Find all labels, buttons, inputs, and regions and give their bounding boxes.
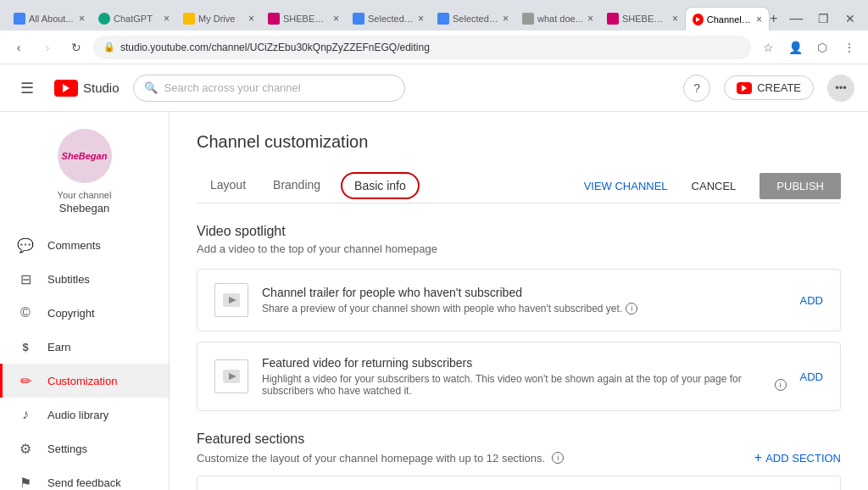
search-placeholder: Search across your channel (164, 81, 301, 94)
new-tab-button[interactable]: + (770, 7, 777, 31)
sidebar-item-send-feedback[interactable]: ⚑ Send feedback (0, 465, 169, 490)
tabs-bar: Layout Branding Basic info VIEW CHANNEL … (197, 169, 841, 203)
video-spotlight-title: Video spotlight (197, 224, 841, 239)
studio-label: Studio (83, 81, 120, 95)
sidebar-label-copyright: Copyright (47, 307, 95, 320)
sidebar-item-earn[interactable]: $ Earn (0, 330, 169, 364)
tab-favicon-5 (353, 13, 364, 25)
bookmark-button[interactable]: ☆ (756, 36, 780, 59)
settings-icon: ⚙ (17, 440, 34, 457)
sidebar-label-earn: Earn (47, 341, 70, 354)
sidebar-label-comments: Comments (47, 239, 101, 252)
tab-favicon-9 (693, 14, 704, 25)
trailer-add-button[interactable]: ADD (800, 294, 823, 307)
sidebar-item-audio-library[interactable]: ♪ Audio library (0, 398, 169, 432)
browser-tab-3[interactable]: My Drive × (176, 7, 261, 31)
browser-tab-4[interactable]: SHEBEGA... × (261, 7, 346, 31)
add-section-label: ADD SECTION (765, 452, 841, 465)
more-options-button[interactable]: ••• (827, 75, 854, 102)
browser-tab-9-active[interactable]: Channel e... × (685, 7, 770, 31)
search-icon: 🔍 (144, 81, 158, 94)
tab-close-3[interactable]: × (248, 13, 254, 25)
view-channel-button[interactable]: VIEW CHANNEL (584, 180, 668, 192)
featured-info-icon[interactable]: i (552, 452, 564, 464)
create-button[interactable]: CREATE (724, 75, 814, 100)
tab-close-4[interactable]: × (333, 13, 339, 25)
publish-button[interactable]: PUBLISH (760, 173, 841, 199)
plus-icon: + (754, 450, 762, 465)
cancel-button[interactable]: CANCEL (682, 175, 747, 198)
sidebar-label-customization: Customization (47, 375, 117, 387)
tab-branding[interactable]: Branding (259, 170, 334, 203)
sidebar-item-copyright[interactable]: © Copyright (0, 296, 169, 330)
video-spotlight-desc: Add a video to the top of your channel h… (197, 242, 841, 255)
browser-tab-8[interactable]: SHEBEGA... × (600, 7, 685, 31)
back-button[interactable]: ‹ (7, 36, 31, 59)
sidebar: SheBegan Your channel Shebegan 💬 Comment… (0, 112, 170, 490)
tab-layout[interactable]: Layout (197, 170, 259, 203)
tab-favicon-6 (437, 13, 449, 25)
browser-tab-7[interactable]: what doe... × (515, 7, 600, 31)
close-button[interactable]: ✕ (838, 7, 861, 31)
address-bar[interactable]: 🔒 studio.youtube.com/channel/UCiZzEbu30k… (93, 36, 751, 59)
sidebar-item-subtitles[interactable]: ⊟ Subtitles (0, 262, 169, 296)
featured-card-content: Featured video for returning subscribers… (262, 356, 787, 397)
featured-add-button[interactable]: ADD (800, 370, 823, 383)
sidebar-item-comments[interactable]: 💬 Comments (0, 228, 169, 262)
sidebar-label-feedback: Send feedback (47, 476, 121, 489)
youtube-icon (54, 80, 78, 97)
tab-favicon-3 (183, 13, 195, 25)
hamburger-button[interactable]: ☰ (14, 75, 41, 102)
page-title: Channel customization (197, 132, 841, 152)
profile-icon[interactable]: 👤 (783, 36, 807, 59)
restore-button[interactable]: ❐ (811, 7, 835, 31)
content-area: Channel customization Layout Branding Ba… (170, 112, 868, 490)
minimize-button[interactable]: — (784, 7, 808, 31)
featured-card-desc-text: Highlight a video for your subscribers t… (262, 373, 771, 397)
channel-label: Your channel (58, 190, 112, 200)
tab-basic-info[interactable]: Basic info (341, 172, 420, 199)
tab-label-4: SHEBEGA... (283, 14, 330, 24)
tab-favicon-7 (522, 13, 534, 25)
tab-close-6[interactable]: × (503, 13, 509, 25)
tab-close-5[interactable]: × (418, 13, 424, 25)
channel-trailer-card: Channel trailer for people who haven't s… (197, 269, 841, 331)
reload-button[interactable]: ↻ (64, 36, 88, 59)
featured-info-icon[interactable]: i (775, 379, 787, 391)
studio-search[interactable]: 🔍 Search across your channel (133, 75, 406, 102)
channel-name: Shebegan (59, 202, 109, 214)
featured-card-desc: Highlight a video for your subscribers t… (262, 373, 787, 397)
browser-tab-6[interactable]: Selected F... × (431, 7, 515, 31)
forward-button[interactable]: › (36, 36, 59, 59)
tab-label-2: ChatGPT (114, 14, 153, 24)
channel-avatar[interactable]: SheBegan (58, 129, 112, 183)
tab-close-2[interactable]: × (164, 13, 170, 25)
tab-label-7: what doe... (537, 14, 583, 24)
secure-icon: 🔒 (103, 42, 115, 53)
help-button[interactable]: ? (683, 75, 710, 102)
tab-close-8[interactable]: × (672, 13, 678, 25)
browser-tab-5[interactable]: Selected F... × (346, 7, 431, 31)
chrome-settings-button[interactable]: ⋮ (837, 36, 861, 59)
browser-tab-1[interactable]: All About... × (7, 7, 92, 31)
featured-sections: Featured sections Customize the layout o… (197, 432, 841, 490)
sidebar-item-customization[interactable]: ✏ Customization (0, 364, 169, 398)
tab-close-9[interactable]: × (756, 14, 762, 25)
tab-label-3: My Drive (198, 14, 235, 24)
featured-sections-header: Featured sections (197, 432, 841, 447)
yt-studio-logo: Studio (54, 80, 120, 97)
add-section-button[interactable]: + ADD SECTION (754, 450, 841, 465)
trailer-info-icon[interactable]: i (626, 303, 637, 315)
tab-close-1[interactable]: × (79, 13, 85, 25)
sidebar-label-subtitles: Subtitles (47, 273, 90, 286)
create-label: CREATE (757, 81, 801, 94)
trailer-card-title: Channel trailer for people who haven't s… (262, 286, 787, 299)
tab-label-9: Channel e... (707, 14, 753, 25)
featured-card-icon (214, 359, 248, 393)
sidebar-item-settings[interactable]: ⚙ Settings (0, 432, 169, 465)
tab-label-6: Selected F... (453, 14, 499, 24)
browser-tab-2[interactable]: ChatGPT × (92, 7, 176, 31)
tab-close-7[interactable]: × (587, 13, 593, 25)
extension-icon[interactable]: ⬡ (810, 36, 834, 59)
tab-favicon-8 (607, 13, 619, 25)
